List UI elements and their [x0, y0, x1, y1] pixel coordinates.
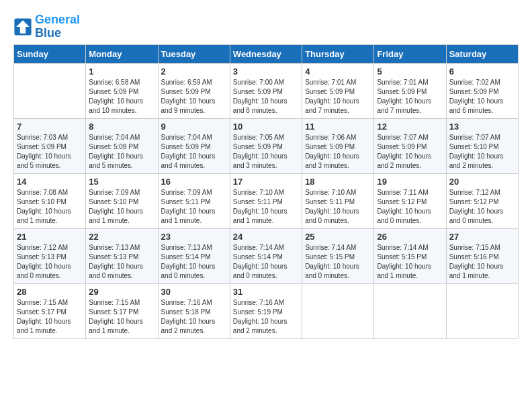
- calendar-cell: 21Sunrise: 7:12 AM Sunset: 5:13 PM Dayli…: [14, 228, 86, 283]
- calendar-cell: 16Sunrise: 7:09 AM Sunset: 5:11 PM Dayli…: [158, 173, 230, 228]
- calendar-cell: 14Sunrise: 7:08 AM Sunset: 5:10 PM Dayli…: [14, 173, 86, 228]
- calendar-cell: 23Sunrise: 7:13 AM Sunset: 5:14 PM Dayli…: [158, 228, 230, 283]
- day-info: Sunrise: 7:03 AM Sunset: 5:09 PM Dayligh…: [17, 133, 83, 171]
- calendar-cell: 3Sunrise: 7:00 AM Sunset: 5:09 PM Daylig…: [230, 63, 302, 118]
- day-info: Sunrise: 7:12 AM Sunset: 5:12 PM Dayligh…: [449, 188, 515, 226]
- calendar-cell: 22Sunrise: 7:13 AM Sunset: 5:13 PM Dayli…: [86, 228, 158, 283]
- day-info: Sunrise: 7:07 AM Sunset: 5:10 PM Dayligh…: [449, 133, 515, 171]
- day-info: Sunrise: 7:14 AM Sunset: 5:15 PM Dayligh…: [305, 243, 371, 281]
- day-number: 22: [89, 232, 154, 242]
- day-number: 23: [161, 232, 227, 242]
- calendar-cell: 2Sunrise: 6:59 AM Sunset: 5:09 PM Daylig…: [158, 63, 230, 118]
- calendar-cell: 9Sunrise: 7:04 AM Sunset: 5:09 PM Daylig…: [158, 118, 230, 173]
- day-number: 25: [305, 232, 371, 242]
- calendar-cell: 8Sunrise: 7:04 AM Sunset: 5:09 PM Daylig…: [86, 118, 158, 173]
- calendar-week-row: 14Sunrise: 7:08 AM Sunset: 5:10 PM Dayli…: [14, 173, 519, 228]
- calendar-cell: 19Sunrise: 7:11 AM Sunset: 5:12 PM Dayli…: [374, 173, 446, 228]
- weekday-header: Wednesday: [230, 44, 302, 63]
- calendar-cell: 27Sunrise: 7:15 AM Sunset: 5:16 PM Dayli…: [446, 228, 518, 283]
- calendar-cell: 30Sunrise: 7:16 AM Sunset: 5:18 PM Dayli…: [158, 283, 230, 338]
- day-info: Sunrise: 7:01 AM Sunset: 5:09 PM Dayligh…: [305, 78, 371, 116]
- calendar-cell: 7Sunrise: 7:03 AM Sunset: 5:09 PM Daylig…: [14, 118, 86, 173]
- day-number: 11: [305, 122, 371, 132]
- day-number: 2: [161, 66, 227, 77]
- calendar-week-row: 21Sunrise: 7:12 AM Sunset: 5:13 PM Dayli…: [14, 228, 519, 283]
- calendar-cell: 12Sunrise: 7:07 AM Sunset: 5:09 PM Dayli…: [374, 118, 446, 173]
- day-info: Sunrise: 7:13 AM Sunset: 5:14 PM Dayligh…: [161, 243, 227, 281]
- day-number: 15: [89, 177, 154, 187]
- day-info: Sunrise: 7:06 AM Sunset: 5:09 PM Dayligh…: [305, 133, 371, 171]
- day-number: 31: [233, 287, 299, 297]
- day-info: Sunrise: 7:15 AM Sunset: 5:17 PM Dayligh…: [89, 298, 154, 336]
- day-info: Sunrise: 7:16 AM Sunset: 5:19 PM Dayligh…: [233, 298, 299, 336]
- logo-text: General Blue: [35, 13, 80, 40]
- day-info: Sunrise: 7:13 AM Sunset: 5:13 PM Dayligh…: [89, 243, 154, 281]
- day-info: Sunrise: 7:10 AM Sunset: 5:11 PM Dayligh…: [305, 188, 371, 226]
- day-number: 9: [161, 122, 227, 132]
- weekday-header: Thursday: [302, 44, 374, 63]
- calendar-cell: 10Sunrise: 7:05 AM Sunset: 5:09 PM Dayli…: [230, 118, 302, 173]
- day-number: 20: [449, 177, 515, 187]
- weekday-header: Monday: [86, 44, 158, 63]
- day-number: 8: [89, 122, 154, 132]
- day-info: Sunrise: 6:59 AM Sunset: 5:09 PM Dayligh…: [161, 78, 227, 116]
- day-info: Sunrise: 7:10 AM Sunset: 5:11 PM Dayligh…: [233, 188, 299, 226]
- header: General Blue: [13, 13, 519, 40]
- day-number: 4: [305, 66, 371, 77]
- calendar-cell: 17Sunrise: 7:10 AM Sunset: 5:11 PM Dayli…: [230, 173, 302, 228]
- day-number: 21: [17, 232, 83, 242]
- day-info: Sunrise: 7:02 AM Sunset: 5:09 PM Dayligh…: [449, 78, 515, 116]
- day-info: Sunrise: 7:14 AM Sunset: 5:15 PM Dayligh…: [377, 243, 443, 281]
- day-number: 28: [17, 287, 83, 297]
- day-number: 3: [233, 66, 299, 77]
- calendar-cell: 11Sunrise: 7:06 AM Sunset: 5:09 PM Dayli…: [302, 118, 374, 173]
- calendar-table: SundayMondayTuesdayWednesdayThursdayFrid…: [13, 44, 519, 339]
- calendar-cell: 28Sunrise: 7:15 AM Sunset: 5:17 PM Dayli…: [14, 283, 86, 338]
- calendar-cell: [446, 283, 518, 338]
- calendar-cell: 15Sunrise: 7:09 AM Sunset: 5:10 PM Dayli…: [86, 173, 158, 228]
- day-info: Sunrise: 7:04 AM Sunset: 5:09 PM Dayligh…: [161, 133, 227, 171]
- day-info: Sunrise: 7:07 AM Sunset: 5:09 PM Dayligh…: [377, 133, 443, 171]
- calendar-cell: 1Sunrise: 6:58 AM Sunset: 5:09 PM Daylig…: [86, 63, 158, 118]
- calendar-cell: 4Sunrise: 7:01 AM Sunset: 5:09 PM Daylig…: [302, 63, 374, 118]
- logo: General Blue: [13, 13, 80, 40]
- day-info: Sunrise: 7:12 AM Sunset: 5:13 PM Dayligh…: [17, 243, 83, 281]
- day-number: 10: [233, 122, 299, 132]
- calendar-cell: 24Sunrise: 7:14 AM Sunset: 5:14 PM Dayli…: [230, 228, 302, 283]
- day-number: 30: [161, 287, 227, 297]
- day-info: Sunrise: 7:08 AM Sunset: 5:10 PM Dayligh…: [17, 188, 83, 226]
- day-number: 19: [377, 177, 443, 187]
- calendar-week-row: 7Sunrise: 7:03 AM Sunset: 5:09 PM Daylig…: [14, 118, 519, 173]
- day-number: 26: [377, 232, 443, 242]
- day-info: Sunrise: 7:15 AM Sunset: 5:17 PM Dayligh…: [17, 298, 83, 336]
- day-number: 13: [449, 122, 515, 132]
- weekday-header: Friday: [374, 44, 446, 63]
- day-info: Sunrise: 7:04 AM Sunset: 5:09 PM Dayligh…: [89, 133, 154, 171]
- calendar-cell: [302, 283, 374, 338]
- day-info: Sunrise: 7:14 AM Sunset: 5:14 PM Dayligh…: [233, 243, 299, 281]
- day-number: 14: [17, 177, 83, 187]
- day-info: Sunrise: 7:16 AM Sunset: 5:18 PM Dayligh…: [161, 298, 227, 336]
- day-info: Sunrise: 7:05 AM Sunset: 5:09 PM Dayligh…: [233, 133, 299, 171]
- day-info: Sunrise: 7:01 AM Sunset: 5:09 PM Dayligh…: [377, 78, 443, 116]
- day-info: Sunrise: 6:58 AM Sunset: 5:09 PM Dayligh…: [89, 78, 154, 116]
- day-info: Sunrise: 7:15 AM Sunset: 5:16 PM Dayligh…: [449, 243, 515, 281]
- day-number: 29: [89, 287, 154, 297]
- day-number: 12: [377, 122, 443, 132]
- calendar-cell: 5Sunrise: 7:01 AM Sunset: 5:09 PM Daylig…: [374, 63, 446, 118]
- calendar-cell: 18Sunrise: 7:10 AM Sunset: 5:11 PM Dayli…: [302, 173, 374, 228]
- calendar-cell: [14, 63, 86, 118]
- day-info: Sunrise: 7:11 AM Sunset: 5:12 PM Dayligh…: [377, 188, 443, 226]
- day-number: 17: [233, 177, 299, 187]
- day-number: 18: [305, 177, 371, 187]
- day-number: 1: [89, 66, 154, 77]
- calendar-cell: 6Sunrise: 7:02 AM Sunset: 5:09 PM Daylig…: [446, 63, 518, 118]
- day-info: Sunrise: 7:00 AM Sunset: 5:09 PM Dayligh…: [233, 78, 299, 116]
- day-number: 27: [449, 232, 515, 242]
- day-info: Sunrise: 7:09 AM Sunset: 5:10 PM Dayligh…: [89, 188, 154, 226]
- day-number: 5: [377, 66, 443, 77]
- page-container: General Blue SundayMondayTuesdayWednesda…: [13, 13, 519, 339]
- calendar-cell: 13Sunrise: 7:07 AM Sunset: 5:10 PM Dayli…: [446, 118, 518, 173]
- calendar-cell: 29Sunrise: 7:15 AM Sunset: 5:17 PM Dayli…: [86, 283, 158, 338]
- logo-icon: [13, 17, 32, 36]
